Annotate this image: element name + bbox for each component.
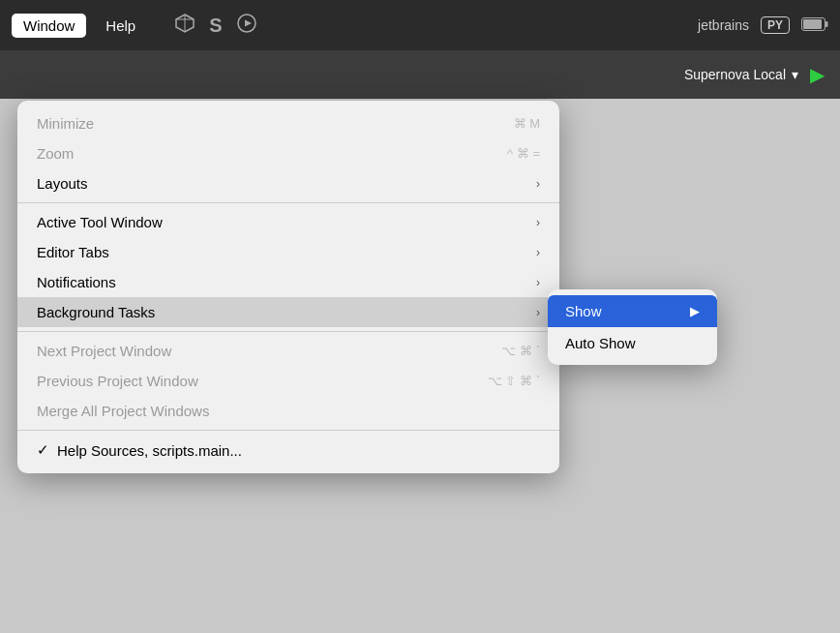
menubar-right: jetbrains PY [698,16,828,34]
show-label: Show [565,303,602,319]
background-tasks-label: Background Tasks [37,304,155,320]
main-area: Supernova Local ▾ ▶ Minimize ⌘ M Zoom ^ … [0,50,840,633]
help-sources-label: ✓ Help Sources, scripts.main... [37,441,242,459]
layouts-label: Layouts [37,175,88,192]
cube-icon[interactable] [174,13,195,39]
window-dropdown-menu: Minimize ⌘ M Zoom ^ ⌘ = Layouts › Active… [17,101,559,473]
supernova-button[interactable]: Supernova Local ▾ [684,67,798,82]
play-circle-icon[interactable] [236,13,257,39]
layouts-chevron-icon: › [536,177,540,191]
menu-item-layouts[interactable]: Layouts › [17,168,559,198]
menu-item-next-project[interactable]: Next Project Window ⌥ ⌘ ` [17,336,559,366]
svg-rect-6 [803,19,822,29]
prev-project-label: Previous Project Window [37,373,198,389]
py-badge: PY [761,16,790,34]
minimize-shortcut: ⌘ M [514,116,540,131]
background-tasks-submenu: Show ▶ Auto Show [548,289,717,365]
supernova-label: Supernova Local [684,67,786,82]
help-menu[interactable]: Help [94,14,147,38]
menu-item-zoom[interactable]: Zoom ^ ⌘ = [17,138,559,168]
menu-item-notifications[interactable]: Notifications › [17,267,559,297]
editor-tabs-chevron-icon: › [536,246,540,259]
background-tasks-chevron-icon: › [536,306,540,319]
editor-tabs-label: Editor Tabs [37,244,109,260]
next-project-shortcut: ⌥ ⌘ ` [501,344,540,358]
minimize-label: Minimize [37,115,94,132]
menu-item-active-tool-window[interactable]: Active Tool Window › [17,207,559,237]
check-icon: ✓ [37,441,49,459]
prev-project-shortcut: ⌥ ⇧ ⌘ ` [488,374,540,388]
secondary-toolbar: Supernova Local ▾ ▶ [0,50,840,99]
separator-3 [17,430,559,431]
active-tool-window-label: Active Tool Window [37,214,163,230]
menu-item-prev-project[interactable]: Previous Project Window ⌥ ⇧ ⌘ ` [17,366,559,396]
active-tool-chevron-icon: › [536,216,540,229]
svg-rect-7 [825,21,828,27]
run-button[interactable]: ▶ [810,63,825,86]
menu-item-minimize[interactable]: Minimize ⌘ M [17,108,559,138]
separator-1 [17,202,559,203]
battery-icon [801,17,828,34]
submenu-item-auto-show[interactable]: Auto Show [548,327,717,359]
stack-icon[interactable]: S [209,15,222,37]
svg-marker-4 [245,19,252,26]
cursor-icon: ▶ [690,304,700,318]
submenu-item-show[interactable]: Show ▶ [548,295,717,327]
separator-2 [17,331,559,332]
merge-windows-label: Merge All Project Windows [37,403,209,419]
menu-item-background-tasks[interactable]: Background Tasks › Show ▶ Auto Show [17,297,559,327]
zoom-label: Zoom [37,145,74,162]
window-menu[interactable]: Window [12,14,86,38]
next-project-label: Next Project Window [37,343,171,359]
menubar: Window Help S jetbrains PY [0,0,840,50]
menu-item-editor-tabs[interactable]: Editor Tabs › [17,237,559,267]
menu-item-merge-windows[interactable]: Merge All Project Windows [17,396,559,426]
chevron-down-icon: ▾ [792,67,798,82]
menubar-icons: S [174,13,256,39]
zoom-shortcut: ^ ⌘ = [507,146,540,161]
menu-item-help-sources[interactable]: ✓ Help Sources, scripts.main... [17,435,559,466]
jetbrains-label: jetbrains [698,17,749,33]
auto-show-label: Auto Show [565,335,636,351]
notifications-label: Notifications [37,274,116,290]
notifications-chevron-icon: › [536,276,540,289]
